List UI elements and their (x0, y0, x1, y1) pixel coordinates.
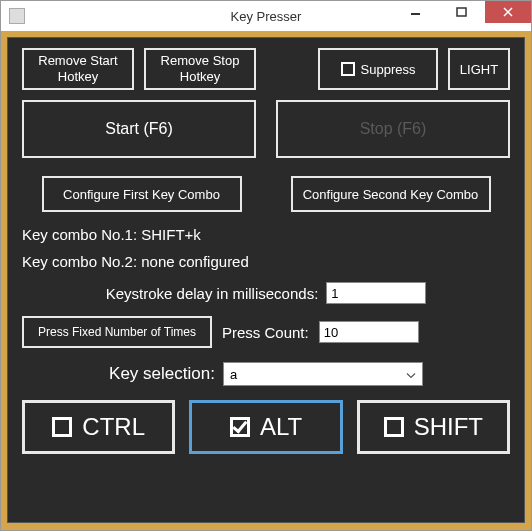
remove-stop-hotkey-button[interactable]: Remove Stop Hotkey (144, 48, 256, 90)
minimize-button[interactable] (393, 1, 439, 23)
configure-second-combo-button[interactable]: Configure Second Key Combo (291, 176, 491, 212)
shift-label: SHIFT (414, 413, 483, 441)
ctrl-toggle[interactable]: CTRL (22, 400, 175, 454)
delay-row: Keystroke delay in milliseconds: (22, 282, 510, 304)
content-panel: Remove Start Hotkey Remove Stop Hotkey S… (7, 37, 525, 523)
delay-input[interactable] (326, 282, 426, 304)
close-button[interactable] (485, 1, 531, 23)
close-icon (502, 6, 514, 18)
window-controls (393, 1, 531, 31)
shift-toggle[interactable]: SHIFT (357, 400, 510, 454)
alt-checkbox-icon (230, 417, 250, 437)
key-selection-row: Key selection: a (22, 362, 510, 386)
window-title: Key Presser (231, 9, 302, 24)
press-count-input[interactable] (319, 321, 419, 343)
configure-first-combo-button[interactable]: Configure First Key Combo (42, 176, 242, 212)
titlebar: Key Presser (1, 1, 531, 31)
suppress-toggle[interactable]: Suppress (318, 48, 438, 90)
start-button[interactable]: Start (F6) (22, 100, 256, 158)
alt-toggle[interactable]: ALT (189, 400, 342, 454)
maximize-icon (456, 6, 468, 18)
chevron-down-icon (406, 367, 416, 382)
start-stop-row: Start (F6) Stop (F6) (22, 100, 510, 158)
suppress-label: Suppress (361, 62, 416, 77)
remove-start-hotkey-button[interactable]: Remove Start Hotkey (22, 48, 134, 90)
shift-checkbox-icon (384, 417, 404, 437)
key-selection-label: Key selection: (109, 364, 215, 384)
key-selection-dropdown[interactable]: a (223, 362, 423, 386)
top-row: Remove Start Hotkey Remove Stop Hotkey S… (22, 48, 510, 90)
suppress-checkbox-icon (341, 62, 355, 76)
press-count-label: Press Count: (222, 324, 309, 341)
press-fixed-times-button[interactable]: Press Fixed Number of Times (22, 316, 212, 348)
ctrl-checkbox-icon (52, 417, 72, 437)
config-row: Configure First Key Combo Configure Seco… (22, 176, 510, 212)
alt-label: ALT (260, 413, 302, 441)
maximize-button[interactable] (439, 1, 485, 23)
combo1-text: Key combo No.1: SHIFT+k (22, 226, 510, 243)
ctrl-label: CTRL (82, 413, 145, 441)
app-window: Key Presser Remove Start Hotkey Remove S… (0, 0, 532, 531)
key-selection-value: a (230, 367, 237, 382)
modifier-row: CTRL ALT SHIFT (22, 400, 510, 454)
stop-button[interactable]: Stop (F6) (276, 100, 510, 158)
svg-rect-1 (457, 8, 466, 16)
press-row: Press Fixed Number of Times Press Count: (22, 316, 510, 348)
light-button[interactable]: LIGHT (448, 48, 510, 90)
delay-label: Keystroke delay in milliseconds: (106, 285, 319, 302)
combo2-text: Key combo No.2: none configured (22, 253, 510, 270)
minimize-icon (410, 6, 422, 18)
app-icon (9, 8, 25, 24)
